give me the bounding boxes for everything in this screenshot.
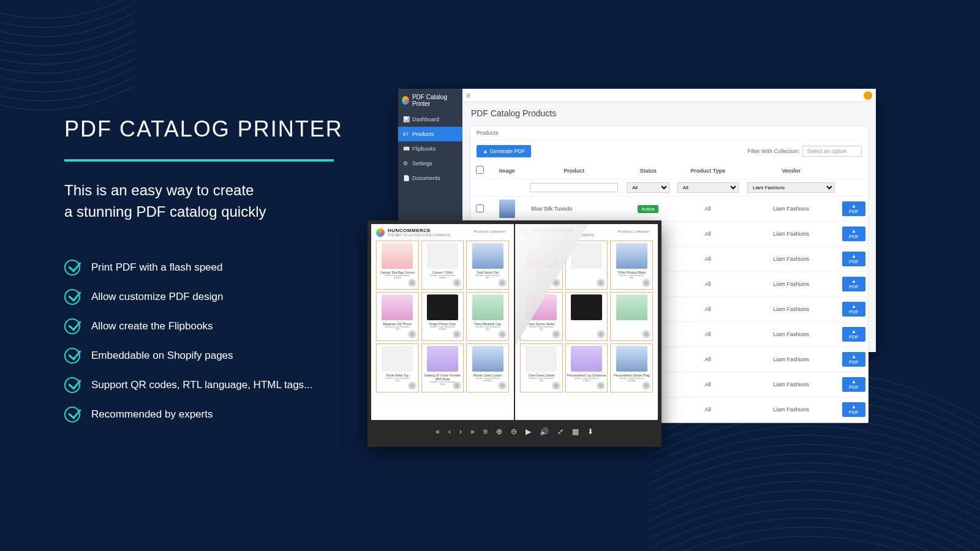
sidebar-item-settings[interactable]: ⚙Settings [398,156,462,171]
flipbook-product-image [616,243,647,269]
sidebar-item-flipbooks[interactable]: 📖Flipbooks [398,141,462,156]
row-pdf-button[interactable]: ▲ PDF [842,377,865,392]
sidebar-item-products[interactable]: 🏷Products [398,127,462,141]
row-pdf-button[interactable]: ▲ PDF [842,327,865,342]
product-vendor: Liam Fashions [742,222,840,247]
flipbook-product-image [427,243,458,269]
flipbook-product-image [472,294,503,320]
type-filter-select[interactable]: All [677,182,739,193]
product-vendor: Liam Fashions [742,347,840,372]
grid-icon[interactable]: ▦ [572,427,579,436]
flipbook-product-image [571,294,602,320]
app-logo-icon [402,96,409,105]
flipbook-product-card: Elegance Cell PhoneVendor: Liam Fashions… [376,292,419,341]
feature-item: Recommended by experts [64,407,371,422]
next-icon[interactable]: › [459,427,462,436]
flipbook-product-image [472,346,503,372]
col-vendor: Vendor [742,162,840,179]
product-vendor: Liam Fashions [742,322,840,347]
sidebar-item-dashboard[interactable]: 📊Dashboard [398,112,462,127]
status-filter-select[interactable]: All [627,182,669,193]
flipbook-product-card: iPhone Case CustomVendor: Liam Fashions0… [466,343,509,392]
filter-label: Filter With Collection: [747,148,799,154]
flipbook-product-image [616,346,647,372]
flipbook-product-image [616,294,647,320]
toc-icon[interactable]: ≡ [483,427,488,436]
flipbook-product-image [427,294,458,320]
sidebar-items: 📊Dashboard🏷Products📖Flipbooks⚙Settings📄D… [398,112,462,186]
flipbook-product-card [610,292,653,341]
feature-item: Support QR codes, RTL language, HTML tag… [64,377,371,393]
feature-item: Embeddable on Shopify pages [64,348,371,364]
row-pdf-button[interactable]: ▲ PDF [842,277,865,291]
prev-icon[interactable]: ‹ [448,427,451,436]
download-icon[interactable]: ⬇ [587,427,594,436]
collection-filter-select[interactable]: Select an option [802,146,862,157]
flipbook-product-image [571,243,602,269]
flipbook-product-card: Custom T-ShirtVendor: Liam Fashions0.000… [421,241,464,290]
product-type: All [673,222,742,247]
sidebar-icon: 📖 [403,146,409,152]
product-filter-input[interactable] [530,183,618,192]
fullscreen-icon[interactable]: ⤢ [557,427,564,436]
feature-text: Recommended by experts [91,408,213,421]
row-checkbox[interactable] [476,204,484,212]
sidebar-brand: PDF Catalog Printer [398,89,462,112]
main-heading: PDF CATALOG PRINTER [64,116,371,142]
panel-label: Products [470,126,868,140]
app-brand-text: PDF Catalog Printer [412,94,459,107]
zoom-in-icon[interactable]: ⊕ [496,427,502,436]
sidebar-item-documents[interactable]: 📄Documents [398,171,462,186]
flipbook-product-card: Fitted Baseball CapVendor: Liam Fashions… [466,292,509,341]
table-row: Blue Silk TuxedoActiveAllLiam Fashions▲ … [470,197,868,222]
product-vendor: Liam Fashions [742,247,840,272]
play-icon[interactable]: ▶ [526,427,531,436]
feature-text: Support QR codes, RTL language, HTML tag… [91,379,312,391]
vendor-filter-select[interactable]: Liam Fashions [747,182,835,193]
flipbook-preview: HUNCOMMERCE THE BEST SOLUTIONS FOR E-COM… [368,220,662,447]
check-icon [64,377,80,393]
status-badge: Active [638,205,658,213]
flipbook-product-card: Personalized Cup ChristmasVendor: Liam F… [565,343,608,392]
flipbook-collection-label: Products Collection [473,230,505,233]
flipbook-brand: HUNCOMMERCE [388,228,451,233]
feature-item: Allow customize PDF design [64,289,371,305]
flipbook-logo-icon [376,228,385,237]
product-vendor: Liam Fashions [742,297,840,322]
product-vendor: Liam Fashions [742,272,840,297]
row-pdf-button[interactable]: ▲ PDF [842,402,865,417]
hamburger-icon[interactable]: ≡ [466,91,470,100]
sound-icon[interactable]: 🔊 [540,427,549,436]
sidebar-icon: ⚙ [403,160,409,167]
flipbook-product-image [382,346,413,372]
col-status: Status [623,162,673,179]
row-pdf-button[interactable]: ▲ PDF [842,302,865,317]
flipbook-product-card: Canvas Tote Bag CustomVendor: Liam Fashi… [376,241,419,290]
product-name: Blue Silk Tuxedo [525,197,623,222]
first-icon[interactable]: « [435,427,440,436]
zoom-out-icon[interactable]: ⊖ [511,427,517,436]
row-pdf-button[interactable]: ▲ PDF [842,201,865,216]
flipbook-product-card: Olive Green JacketVendor: Liam Fashions9… [520,343,563,392]
check-icon [64,318,80,334]
col-image: Image [489,162,525,179]
product-type: All [673,247,742,272]
flipbook-product-card: Dark Denim TopVendor: Liam Fashions962 [466,241,509,290]
product-type: All [673,197,742,222]
flipbook-product-image [382,294,413,320]
last-icon[interactable]: » [470,427,475,436]
product-vendor: Liam Fashions [742,197,840,222]
sidebar-icon: 🏷 [403,131,409,137]
heading-divider [64,159,334,162]
select-all-checkbox[interactable] [476,166,484,174]
feature-text: Embeddable on Shopify pages [91,350,233,362]
product-type: All [673,397,742,422]
flipbook-product-card: Iceberg 16 Ounce Tumbler With StrawVendo… [421,343,464,392]
generate-pdf-button[interactable]: ▲ Generate PDF [477,145,531,157]
row-pdf-button[interactable]: ▲ PDF [842,352,865,367]
content-topbar: ≡ [462,89,876,102]
user-avatar-icon[interactable] [864,91,872,100]
row-pdf-button[interactable]: ▲ PDF [842,252,865,266]
row-pdf-button[interactable]: ▲ PDF [842,227,865,241]
check-icon [64,289,80,305]
